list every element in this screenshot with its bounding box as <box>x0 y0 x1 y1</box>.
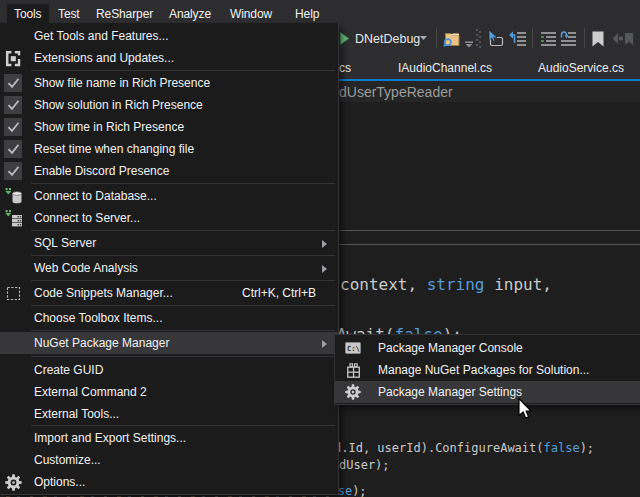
tab-iaudiochannel[interactable]: IAudioChannel.cs <box>398 61 492 77</box>
label: ); <box>580 441 594 455</box>
menu-item-options[interactable]: Options... <box>0 471 338 493</box>
label: ReSharper <box>96 7 153 21</box>
menu-item-reset-time[interactable]: Reset time when changing file <box>0 138 338 160</box>
label: Customize... <box>34 453 101 467</box>
label: dUser); <box>339 458 390 472</box>
menu-item-extensions[interactable]: Extensions and Updates... <box>0 47 338 69</box>
menu-item-external-tools[interactable]: External Tools... <box>0 403 338 425</box>
label: Package Manager Console <box>378 341 523 355</box>
label: dUserTypeReader <box>339 84 453 100</box>
label: Choose Toolbox Items... <box>34 311 163 325</box>
label: Web Code Analysis <box>34 261 138 275</box>
menu-item-show-solution[interactable]: Show solution in Rich Presence <box>0 94 338 116</box>
menu-item-customize[interactable]: Customize... <box>0 449 338 471</box>
navigate-document-icon[interactable] <box>509 30 527 47</box>
console-icon: C:\ <box>341 337 365 359</box>
label: Connect to Database... <box>34 189 157 203</box>
menu-item-code-snippets[interactable]: Code Snippets Manager... Ctrl+K, Ctrl+B <box>0 282 338 304</box>
checkmark-icon <box>4 118 22 136</box>
menu-separator <box>31 305 335 306</box>
submenu-item-manage-packages[interactable]: Manage NuGet Packages for Solution... <box>335 359 640 381</box>
nuget-submenu: C:\ Package Manager Console Manage NuGet… <box>334 334 640 405</box>
svg-text:C:\: C:\ <box>347 345 360 353</box>
vs-window: Tools Test ReSharper Analyze Window Help… <box>0 0 640 497</box>
menu-item-get-tools[interactable]: Get Tools and Features... <box>0 25 338 47</box>
menubar-item-resharper[interactable]: ReSharper <box>89 4 160 23</box>
toggle-bookmark-icon[interactable] <box>592 31 604 47</box>
editor-splitter-line <box>330 230 640 231</box>
menu-separator <box>31 183 335 184</box>
menu-item-connect-database[interactable]: Connect to Database... <box>0 185 338 207</box>
gear-icon <box>341 381 365 403</box>
label: IAudioChannel.cs <box>398 61 492 75</box>
search-in-folder-icon[interactable] <box>443 30 460 48</box>
menu-item-nuget-package-manager[interactable]: NuGet Package Manager <box>0 332 338 354</box>
menu-item-choose-toolbox[interactable]: Choose Toolbox Items... <box>0 307 338 329</box>
run-profile-label[interactable]: DNetDebug <box>355 32 420 46</box>
previous-bookmark-disabled-icon[interactable] <box>612 31 634 47</box>
menu-separator <box>31 280 335 281</box>
toolbar-grip[interactable] <box>476 29 481 48</box>
menu-separator <box>31 230 335 231</box>
extensions-icon <box>0 47 26 69</box>
submenu-item-package-manager-settings[interactable]: Package Manager Settings <box>335 381 640 403</box>
label: input, <box>485 275 552 294</box>
label: context, <box>340 275 427 294</box>
tab-clipped[interactable]: cs <box>339 61 351 77</box>
label: Show file name in Rich Presence <box>34 76 210 90</box>
menu-item-create-guid[interactable]: Create GUID <box>0 359 338 381</box>
label: SQL Server <box>34 236 96 250</box>
label: Import and Export Settings... <box>34 431 186 445</box>
code-line-1: d.Id, userId).ConfigureAwait(false); <box>334 442 594 455</box>
menubar-item-test[interactable]: Test <box>51 4 87 23</box>
toolbar-separator <box>436 28 437 48</box>
label: Manage NuGet Packages for Solution... <box>378 363 589 377</box>
gear-icon <box>0 471 26 493</box>
label: External Tools... <box>34 407 119 421</box>
submenu-arrow-icon <box>322 340 327 348</box>
indent-lines-green-icon[interactable] <box>540 30 557 47</box>
menu-item-sql-server[interactable]: SQL Server <box>0 232 338 254</box>
database-icon <box>0 185 26 207</box>
menu-item-connect-server[interactable]: Connect to Server... <box>0 207 338 229</box>
format-lines-blue-icon[interactable] <box>560 30 577 47</box>
checkmark-icon <box>4 162 22 180</box>
label: Window <box>230 7 272 21</box>
menubar-item-tools[interactable]: Tools <box>7 4 49 23</box>
menubar-item-window[interactable]: Window <box>223 4 279 23</box>
toolbar-overflow-icon[interactable] <box>465 41 474 48</box>
breadcrumb[interactable]: dUserTypeReader <box>339 84 453 100</box>
menu-item-import-export[interactable]: Import and Export Settings... <box>0 427 338 449</box>
label: Extensions and Updates... <box>34 51 174 65</box>
label: Reset time when changing file <box>34 142 194 156</box>
server-icon <box>0 207 26 229</box>
start-debug-play-icon[interactable] <box>340 32 349 45</box>
label: cs <box>339 61 351 75</box>
menu-item-show-time[interactable]: Show time in Rich Presence <box>0 116 338 138</box>
tools-menu: Get Tools and Features... Extensions and… <box>0 23 339 495</box>
label: Show time in Rich Presence <box>34 120 184 134</box>
menubar-item-help[interactable]: Help <box>288 4 326 23</box>
label: Help <box>295 7 319 21</box>
menu-separator <box>31 356 335 357</box>
navigate-selection-icon[interactable] <box>487 30 504 47</box>
label: Get Tools and Features... <box>34 29 169 43</box>
menubar-item-analyze[interactable]: Analyze <box>162 4 218 23</box>
mouse-cursor <box>515 397 533 420</box>
label: Code Snippets Manager... <box>34 286 173 300</box>
toolbar-separator <box>532 28 533 48</box>
label: Connect to Server... <box>34 211 140 225</box>
menu-item-show-file-name[interactable]: Show file name in Rich Presence <box>0 72 338 94</box>
checkmark-icon <box>4 74 22 92</box>
menu-item-enable-discord[interactable]: Enable Discord Presence <box>0 160 338 182</box>
menu-item-external-command-2[interactable]: External Command 2 <box>0 381 338 403</box>
submenu-arrow-icon <box>322 265 327 273</box>
menu-item-web-code-analysis[interactable]: Web Code Analysis <box>0 257 338 279</box>
checkmark-icon <box>4 140 22 158</box>
submenu-item-package-manager-console[interactable]: C:\ Package Manager Console <box>335 337 640 359</box>
label: Options... <box>34 475 85 489</box>
profile-dropdown-caret-icon[interactable] <box>420 36 428 41</box>
snippets-icon <box>0 282 26 304</box>
toolbar-separator <box>584 28 585 48</box>
tab-audioservice[interactable]: AudioService.cs <box>538 61 624 77</box>
